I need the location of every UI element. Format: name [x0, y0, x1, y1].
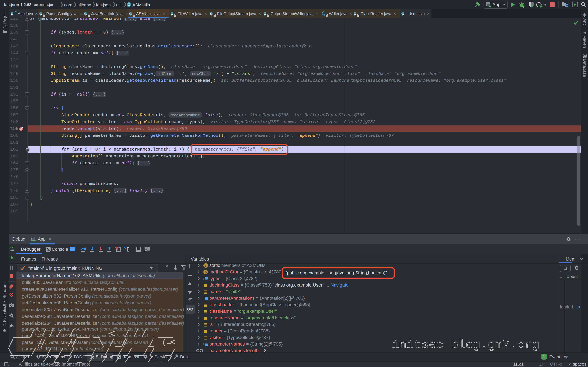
- svg-text:3: 3: [203, 299, 204, 300]
- svg-text:3: 3: [203, 279, 204, 280]
